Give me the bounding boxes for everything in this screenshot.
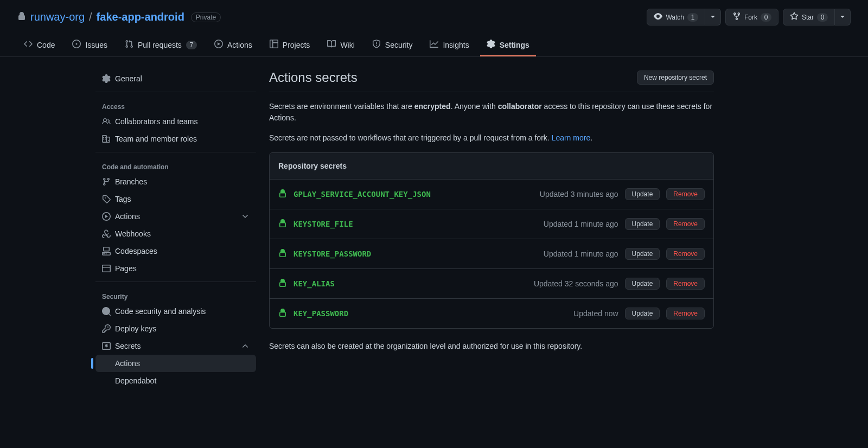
table-icon: [270, 40, 278, 50]
star-dropdown[interactable]: [835, 9, 851, 25]
tab-code[interactable]: Code: [17, 34, 61, 56]
update-button[interactable]: Update: [625, 308, 660, 319]
sidebar-item-label: Pages: [115, 264, 137, 273]
description-1: Secrets are environment variables that a…: [269, 101, 714, 124]
sidebar-item-tags[interactable]: Tags: [95, 190, 256, 208]
tab-actions[interactable]: Actions: [208, 34, 259, 56]
remove-button[interactable]: Remove: [666, 218, 705, 230]
sidebar-item-label: Webhooks: [115, 229, 151, 238]
triangle-down-icon: [838, 12, 847, 22]
secret-name: KEY_PASSWORD: [293, 309, 348, 318]
sidebar-subitem-secrets-actions[interactable]: Actions: [95, 355, 256, 372]
tab-settings[interactable]: Settings: [480, 34, 536, 56]
remove-button[interactable]: Remove: [666, 188, 705, 200]
learn-more-link[interactable]: Learn more: [552, 133, 591, 142]
sidebar-item-codespaces[interactable]: Codespaces: [95, 242, 256, 260]
fork-icon: [732, 12, 741, 22]
sidebar-item-actions[interactable]: Actions: [95, 208, 256, 225]
tab-wiki[interactable]: Wiki: [321, 34, 361, 56]
sidebar-item-webhooks[interactable]: Webhooks: [95, 225, 256, 242]
update-button[interactable]: Update: [625, 188, 660, 200]
code-icon: [24, 40, 33, 50]
visibility-badge: Private: [191, 12, 221, 22]
lock-icon: [278, 309, 287, 319]
secrets-panel-header: Repository secrets: [270, 153, 713, 180]
secret-name: KEY_ALIAS: [293, 279, 335, 288]
sidebar-item-pages[interactable]: Pages: [95, 260, 256, 277]
chevron-up-icon: [241, 342, 250, 350]
update-button[interactable]: Update: [625, 248, 660, 260]
sidebar-item-label: Deploy keys: [115, 324, 156, 333]
lock-icon: [17, 12, 26, 22]
page-title: Actions secrets: [269, 70, 358, 85]
star-count: 0: [817, 13, 828, 22]
sidebar-item-secrets[interactable]: Secrets: [95, 337, 256, 355]
gear-icon: [102, 74, 111, 83]
sidebar-item-label: Actions: [115, 359, 140, 368]
watch-count: 1: [687, 13, 698, 22]
sidebar-item-branches[interactable]: Branches: [95, 173, 256, 190]
issues-icon: [72, 40, 81, 50]
remove-button[interactable]: Remove: [666, 278, 705, 290]
codescan-icon: [102, 307, 111, 316]
chevron-down-icon: [241, 212, 250, 221]
repo-link[interactable]: fake-app-android: [97, 11, 184, 23]
sidebar-item-label: General: [115, 74, 142, 83]
path-separator: /: [89, 11, 92, 23]
secret-row: GPLAY_SERVICE_ACCOUNT_KEY_JSON Updated 3…: [270, 180, 713, 209]
secret-row: KEY_PASSWORD Updated now Update Remove: [270, 299, 713, 328]
secret-row: KEYSTORE_PASSWORD Updated 1 minute ago U…: [270, 239, 713, 269]
sidebar-item-label: Branches: [115, 177, 147, 186]
star-button[interactable]: Star 0: [783, 9, 835, 25]
play-icon: [102, 212, 111, 221]
sidebar-item-general[interactable]: General: [95, 70, 256, 87]
secret-updated: Updated now: [573, 309, 618, 318]
sidebar-item-label: Actions: [115, 212, 140, 221]
sidebar-item-label: Dependabot: [115, 376, 156, 385]
secret-name: KEYSTORE_PASSWORD: [293, 249, 371, 258]
update-button[interactable]: Update: [625, 218, 660, 230]
org-link[interactable]: runway-org: [30, 11, 85, 23]
sidebar-item-label: Secrets: [115, 342, 141, 350]
sidebar-item-collaborators[interactable]: Collaborators and teams: [95, 113, 256, 130]
sidebar-item-label: Tags: [115, 195, 131, 203]
watch-dropdown[interactable]: [705, 9, 721, 25]
remove-button[interactable]: Remove: [666, 308, 705, 319]
branch-icon: [102, 177, 111, 186]
org-icon: [102, 135, 111, 143]
new-secret-button[interactable]: New repository secret: [637, 71, 714, 85]
update-button[interactable]: Update: [625, 278, 660, 290]
pulls-icon: [125, 40, 133, 50]
tab-issues[interactable]: Issues: [66, 34, 113, 56]
sidebar-item-label: Team and member roles: [115, 135, 197, 143]
sidebar-item-code-security[interactable]: Code security and analysis: [95, 303, 256, 320]
tab-insights[interactable]: Insights: [423, 34, 475, 56]
sidebar-item-label: Codespaces: [115, 247, 157, 255]
tab-projects[interactable]: Projects: [263, 34, 317, 56]
sidebar-item-deploy-keys[interactable]: Deploy keys: [95, 320, 256, 337]
repo-title: runway-org / fake-app-android Private: [17, 11, 221, 23]
lock-icon: [278, 219, 287, 229]
tab-pulls[interactable]: Pull requests 7: [118, 34, 203, 56]
lock-icon: [278, 189, 287, 200]
codespaces-icon: [102, 247, 111, 255]
secret-updated: Updated 3 minutes ago: [540, 190, 618, 199]
webhook-icon: [102, 229, 111, 238]
book-icon: [327, 40, 336, 50]
secret-updated: Updated 1 minute ago: [544, 249, 618, 258]
remove-button[interactable]: Remove: [666, 248, 705, 260]
sidebar-subitem-secrets-dependabot[interactable]: Dependabot: [95, 372, 256, 389]
secret-name: GPLAY_SERVICE_ACCOUNT_KEY_JSON: [293, 190, 431, 199]
sidebar-section-code-auto: Code and automation: [95, 157, 256, 173]
tab-security[interactable]: Security: [366, 34, 419, 56]
secret-updated: Updated 32 seconds ago: [534, 279, 618, 288]
fork-button[interactable]: Fork 0: [725, 9, 778, 25]
pulls-count: 7: [186, 41, 197, 49]
key-icon: [102, 324, 111, 333]
eye-icon: [654, 12, 662, 22]
asterisk-icon: [102, 342, 111, 350]
sidebar-item-team-roles[interactable]: Team and member roles: [95, 130, 256, 148]
secret-row: KEYSTORE_FILE Updated 1 minute ago Updat…: [270, 209, 713, 239]
watch-button[interactable]: Watch 1: [647, 9, 705, 25]
people-icon: [102, 117, 111, 126]
